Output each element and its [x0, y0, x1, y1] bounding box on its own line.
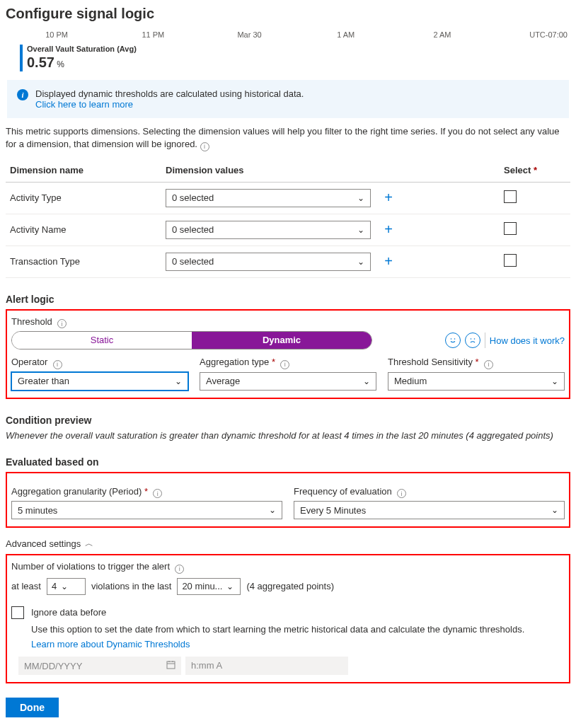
- smile-icon[interactable]: [445, 333, 461, 348]
- dimension-values-dropdown[interactable]: 0 selected⌄: [166, 189, 371, 207]
- chevron-down-icon: ⌄: [551, 505, 558, 515]
- done-button[interactable]: Done: [6, 698, 59, 717]
- condition-preview-text: Whenever the overall vault saturation is…: [6, 430, 570, 441]
- at-least-text: at least: [11, 581, 41, 591]
- select-dimension-checkbox[interactable]: [504, 190, 517, 203]
- violations-label: Number of violations to trigger the aler…: [11, 561, 565, 574]
- tick: 11 PM: [105, 30, 201, 39]
- granularity-value: 5 minutes: [18, 505, 57, 516]
- frequency-value: Every 5 Minutes: [300, 505, 366, 516]
- chevron-down-icon: ⌄: [551, 376, 558, 386]
- info-circle-icon[interactable]: i: [53, 360, 62, 369]
- table-row: Activity Type0 selected⌄+: [6, 182, 570, 214]
- chevron-down-icon: ⌄: [269, 505, 276, 515]
- add-dimension-icon[interactable]: +: [378, 221, 399, 238]
- threshold-type-switch[interactable]: Static Dynamic: [11, 331, 372, 349]
- threshold-sensitivity-label: Threshold Sensitivity * i: [388, 357, 565, 369]
- svg-point-1: [454, 339, 455, 340]
- threshold-dynamic-option[interactable]: Dynamic: [192, 332, 371, 349]
- ignore-date-input[interactable]: MM/DD/YYYY: [18, 657, 181, 675]
- dimensions-description: This metric supports dimensions. Selecti…: [6, 125, 570, 151]
- tick: 1 AM: [298, 30, 394, 39]
- calendar-icon: [166, 660, 175, 671]
- advanced-section: Number of violations to trigger the aler…: [6, 554, 570, 683]
- chevron-down-icon: ⌄: [226, 582, 234, 591]
- tick-tz: UTC-07:00: [490, 30, 568, 39]
- aggregation-type-dropdown[interactable]: Average ⌄: [200, 372, 376, 391]
- date-placeholder: MM/DD/YYYY: [24, 661, 82, 671]
- operator-dropdown[interactable]: Greater than ⌄: [11, 372, 188, 391]
- chevron-down-icon: ⌄: [175, 376, 182, 386]
- table-row: Activity Name0 selected⌄+: [6, 214, 570, 245]
- select-dimension-checkbox[interactable]: [504, 222, 517, 235]
- select-dimension-checkbox[interactable]: [504, 254, 517, 267]
- condition-preview-heading: Condition preview: [6, 415, 570, 426]
- dimensions-table: Dimension name Dimension values Select *…: [6, 158, 570, 278]
- tick: Mar 30: [201, 30, 297, 39]
- threshold-static-option[interactable]: Static: [12, 332, 192, 349]
- chevron-down-icon: ⌄: [357, 193, 364, 203]
- dimension-name-cell: Transaction Type: [6, 245, 161, 277]
- dimension-name-cell: Activity Type: [6, 182, 161, 214]
- threshold-label: Threshold i: [11, 316, 565, 329]
- aggregation-type-label: Aggregation type * i: [200, 357, 376, 369]
- add-dimension-icon[interactable]: +: [378, 190, 399, 206]
- add-dimension-icon[interactable]: +: [378, 253, 399, 270]
- alert-logic-heading: Alert logic: [6, 294, 570, 305]
- violation-window-dropdown[interactable]: 20 minu... ⌄: [177, 578, 241, 595]
- frown-icon[interactable]: [465, 333, 480, 348]
- learn-dynamic-thresholds-link[interactable]: Learn more about Dynamic Thresholds: [31, 639, 565, 649]
- info-circle-icon[interactable]: i: [153, 489, 162, 498]
- banner-text: Displayed dynamic thresholds are calcula…: [35, 88, 304, 99]
- frequency-label: Frequency of evaluation i: [294, 486, 565, 499]
- advanced-settings-toggle[interactable]: Advanced settings ︿: [6, 538, 570, 550]
- banner-learn-more-link[interactable]: Click here to learn more: [35, 99, 304, 110]
- metric-number: 0.57: [27, 54, 54, 70]
- ignore-data-checkbox[interactable]: [11, 606, 24, 619]
- dimension-values-dropdown[interactable]: 0 selected⌄: [166, 221, 371, 239]
- aggregation-value: Average: [206, 376, 240, 386]
- info-icon: i: [17, 89, 28, 100]
- metric-chart: Overall Vault Saturation (Avg) 0.57 %: [20, 45, 570, 71]
- svg-point-2: [470, 339, 471, 340]
- aggregated-points-text: (4 aggregated points): [246, 581, 334, 591]
- dim-intro-text: This metric supports dimensions. Selecti…: [6, 126, 560, 149]
- violation-count-dropdown[interactable]: 4 ⌄: [47, 578, 86, 595]
- metric-name: Overall Vault Saturation (Avg): [27, 45, 137, 53]
- info-banner: i Displayed dynamic thresholds are calcu…: [7, 80, 569, 118]
- dimension-values-dropdown[interactable]: 0 selected⌄: [166, 253, 371, 271]
- col-dimension-values: Dimension values: [161, 158, 500, 183]
- feedback-area: How does it work?: [445, 333, 565, 348]
- page-title: Configure signal logic: [6, 6, 570, 22]
- ignore-time-input[interactable]: h:mm A: [185, 657, 348, 675]
- advanced-heading-text: Advanced settings: [6, 538, 81, 549]
- col-dimension-name: Dimension name: [6, 158, 161, 183]
- chevron-down-icon: ⌄: [363, 376, 370, 386]
- violation-count-value: 4: [52, 581, 57, 591]
- granularity-label: Aggregation granularity (Period) * i: [11, 486, 282, 499]
- col-select: Select *: [500, 158, 570, 183]
- operator-label: Operator i: [11, 357, 188, 369]
- how-does-it-work-link[interactable]: How does it work?: [490, 335, 565, 346]
- svg-point-3: [473, 339, 475, 340]
- frequency-dropdown[interactable]: Every 5 Minutes ⌄: [294, 501, 565, 519]
- granularity-dropdown[interactable]: 5 minutes ⌄: [11, 501, 282, 519]
- chevron-down-icon: ⌄: [357, 257, 364, 267]
- info-circle-icon[interactable]: i: [175, 565, 184, 574]
- chart-bar-icon: [20, 45, 23, 71]
- info-circle-icon[interactable]: i: [57, 319, 67, 328]
- threshold-sensitivity-dropdown[interactable]: Medium ⌄: [388, 372, 565, 391]
- metric-unit: %: [54, 59, 64, 69]
- svg-rect-4: [167, 661, 175, 669]
- metric-value: 0.57 %: [27, 54, 137, 71]
- evaluated-section: Aggregation granularity (Period) * i 5 m…: [6, 472, 570, 528]
- info-circle-icon[interactable]: i: [484, 360, 493, 369]
- table-row: Transaction Type0 selected⌄+: [6, 245, 570, 277]
- chevron-down-icon: ⌄: [61, 582, 68, 591]
- time-axis: 10 PM 11 PM Mar 30 1 AM 2 AM UTC-07:00: [6, 30, 570, 42]
- info-circle-icon[interactable]: i: [280, 360, 289, 369]
- divider: [485, 333, 485, 348]
- svg-point-0: [450, 339, 451, 340]
- info-circle-icon[interactable]: i: [200, 142, 209, 151]
- info-circle-icon[interactable]: i: [397, 489, 406, 498]
